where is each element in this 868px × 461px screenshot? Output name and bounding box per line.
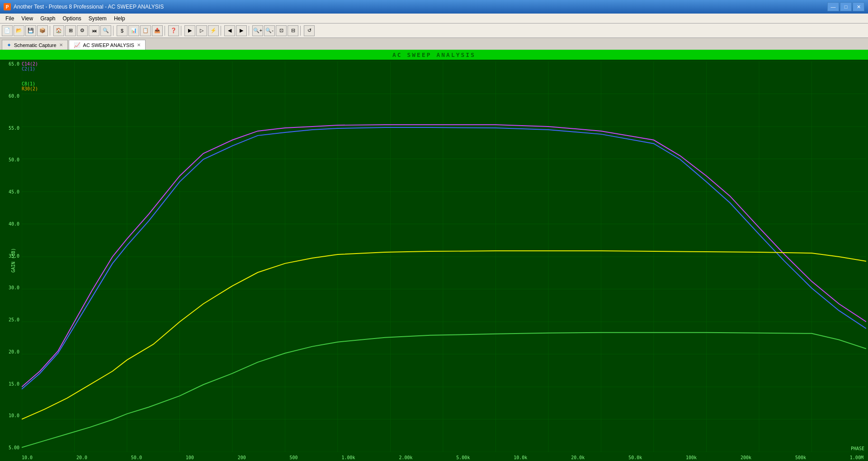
acsweep-tab-close[interactable]: ✕ xyxy=(137,42,141,47)
acsweep-tab-label: AC SWEEP ANALYSIS xyxy=(83,42,134,48)
separator-1 xyxy=(50,26,52,36)
schematic-tab-icon: ✦ xyxy=(7,42,11,48)
y-label-11: 10.0 xyxy=(1,413,19,418)
forward-button[interactable]: ▶ xyxy=(236,25,247,36)
tab-schematic[interactable]: ✦ Schematic Capture ✕ xyxy=(2,40,68,50)
y-label-12: 5.00 xyxy=(1,445,19,450)
graph-header: AC SWEEP ANALYSIS xyxy=(0,50,868,60)
toolbar: 📄 📂 💾 📦 🏠 ⊞ ⚙ ⏮ 🔍 $ 📊 📋 📤 ❓ ▶ ▷ ⚡ ◀ ▶ 🔍+… xyxy=(0,24,868,38)
separator-2 xyxy=(113,26,115,36)
tab-acsweep[interactable]: 📈 AC SWEEP ANALYSIS ✕ xyxy=(69,40,146,50)
tab-bar: ✦ Schematic Capture ✕ 📈 AC SWEEP ANALYSI… xyxy=(0,38,868,50)
run3-button[interactable]: ⚡ xyxy=(208,25,219,36)
separator-3 xyxy=(165,26,166,36)
curve-c8 xyxy=(22,333,866,447)
graph-title: AC SWEEP ANALYSIS xyxy=(392,52,476,58)
open-button[interactable]: 📂 xyxy=(14,25,24,36)
menu-item-system[interactable]: System xyxy=(85,14,110,23)
x-label-2: 50.0 xyxy=(131,455,142,460)
x-label-10: 20.0k xyxy=(571,455,585,460)
minimize-button[interactable]: — xyxy=(827,2,839,11)
x-label-15: 1.00M xyxy=(850,455,863,460)
zoom-fit-button[interactable]: ⊡ xyxy=(276,25,287,36)
save-button[interactable]: 💾 xyxy=(25,25,36,36)
y-label-6: 35.0 xyxy=(1,254,19,259)
close-button[interactable]: ✕ xyxy=(853,2,864,11)
maximize-button[interactable]: □ xyxy=(840,2,852,11)
curve-c2 xyxy=(22,127,866,389)
y-label-1: 60.0 xyxy=(1,94,19,99)
run2-button[interactable]: ▷ xyxy=(196,25,207,36)
zoom-sel-button[interactable]: ⊟ xyxy=(288,25,298,36)
y-label-0: 65.0 xyxy=(1,61,19,66)
refresh-button[interactable]: ↺ xyxy=(304,25,315,36)
menu-bar: FileViewGraphOptionsSystemHelp xyxy=(0,14,868,24)
window-controls: — □ ✕ xyxy=(827,2,864,11)
schematic-tab-label: Schematic Capture xyxy=(14,42,57,48)
separator-6 xyxy=(249,26,250,36)
y-axis-labels: 65.0 60.0 55.0 50.0 45.0 40.0 35.0 30.0 … xyxy=(0,60,20,452)
save-all-button[interactable]: 📦 xyxy=(37,25,48,36)
phase-label: PHASE xyxy=(851,446,864,451)
back-button[interactable]: ◀ xyxy=(224,25,235,36)
x-label-6: 1.00k xyxy=(341,455,355,460)
x-label-9: 10.0k xyxy=(514,455,527,460)
new-button[interactable]: 📄 xyxy=(2,25,13,36)
zoom-out-button[interactable]: 🔍- xyxy=(264,25,275,36)
x-label-1: 20.0 xyxy=(76,455,87,460)
y-label-3: 50.0 xyxy=(1,157,19,162)
x-label-7: 2.00k xyxy=(399,455,412,460)
dollar-button[interactable]: $ xyxy=(117,25,127,36)
grid-button[interactable]: ⊞ xyxy=(65,25,76,36)
export-button[interactable]: 📤 xyxy=(152,25,163,36)
y-label-8: 25.0 xyxy=(1,317,19,322)
x-label-12: 100k xyxy=(686,455,697,460)
x-label-4: 200 xyxy=(238,455,246,460)
x-label-5: 500 xyxy=(290,455,298,460)
x-axis-labels: 10.0 20.0 50.0 100 200 500 1.00k 2.00k 5… xyxy=(22,455,863,460)
zoom-in-button[interactable]: 🔍+ xyxy=(252,25,263,36)
run1-button[interactable]: ▶ xyxy=(184,25,195,36)
y-label-9: 20.0 xyxy=(1,349,19,354)
x-label-14: 500k xyxy=(795,455,806,460)
cpu-button[interactable]: ⚙ xyxy=(77,25,88,36)
menu-item-graph[interactable]: Graph xyxy=(37,14,59,23)
window-title: Another Test - Proteus 8 Professional - … xyxy=(14,4,164,10)
y-label-7: 30.0 xyxy=(1,285,19,290)
zoom-button[interactable]: 🔍 xyxy=(100,25,111,36)
rewind-button[interactable]: ⏮ xyxy=(89,25,99,36)
menu-item-help[interactable]: Help xyxy=(110,14,129,23)
separator-5 xyxy=(221,26,222,36)
graph-svg xyxy=(22,61,866,452)
app-icon: P xyxy=(4,3,11,10)
x-label-13: 200k xyxy=(741,455,751,460)
chart-button[interactable]: 📋 xyxy=(140,25,151,36)
graph-area: GAIN (dB) 65.0 60.0 55.0 50.0 45.0 40.0 … xyxy=(0,60,868,461)
probe-button[interactable]: 📊 xyxy=(128,25,139,36)
title-bar: P Another Test - Proteus 8 Professional … xyxy=(0,0,868,14)
schematic-tab-close[interactable]: ✕ xyxy=(59,42,63,47)
y-label-4: 45.0 xyxy=(1,189,19,194)
main-content: AC SWEEP ANALYSIS GAIN (dB) 65.0 60.0 55… xyxy=(0,50,868,461)
y-label-5: 40.0 xyxy=(1,221,19,226)
home-button[interactable]: 🏠 xyxy=(53,25,64,36)
acsweep-tab-icon: 📈 xyxy=(74,42,80,48)
menu-item-file[interactable]: File xyxy=(2,14,18,23)
x-label-3: 100 xyxy=(186,455,194,460)
help-button[interactable]: ❓ xyxy=(168,25,179,36)
x-label-8: 5.00k xyxy=(456,455,470,460)
menu-item-options[interactable]: Options xyxy=(59,14,85,23)
x-label-0: 10.0 xyxy=(22,455,33,460)
y-label-2: 55.0 xyxy=(1,126,19,131)
x-label-11: 50.0k xyxy=(628,455,642,460)
separator-7 xyxy=(300,26,302,36)
menu-item-view[interactable]: View xyxy=(18,14,37,23)
separator-4 xyxy=(181,26,183,36)
y-label-10: 15.0 xyxy=(1,381,19,386)
